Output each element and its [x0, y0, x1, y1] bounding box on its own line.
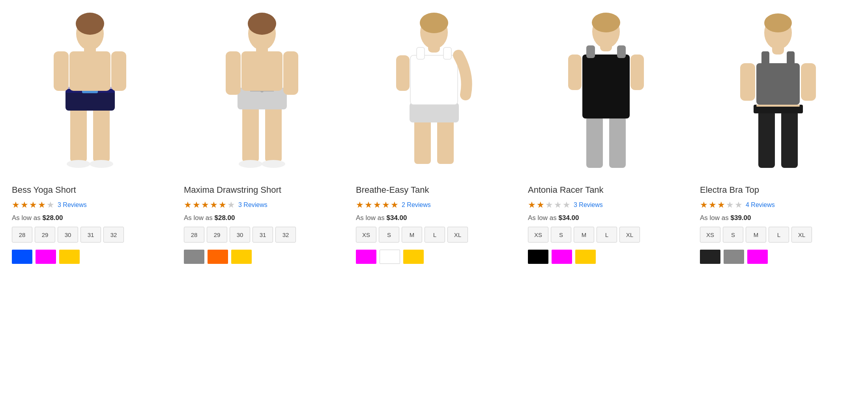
size-button-29[interactable]: 29	[207, 227, 227, 243]
price-value: $39.00	[730, 214, 751, 222]
svg-rect-31	[443, 47, 451, 59]
size-button-31[interactable]: 31	[253, 227, 273, 243]
svg-point-55	[764, 13, 792, 32]
size-button-32[interactable]: 32	[275, 227, 296, 243]
star-rating: ★★★★★	[700, 200, 743, 210]
size-button-29[interactable]: 29	[35, 227, 55, 243]
size-button-XL[interactable]: XL	[447, 227, 468, 243]
color-swatch-0[interactable]	[700, 250, 720, 264]
rating-row: ★★★★★ 4 Reviews	[700, 200, 856, 210]
svg-rect-36	[586, 117, 603, 168]
svg-rect-27	[437, 117, 454, 164]
size-grid: 2829303132	[184, 227, 340, 243]
star-filled: ★	[219, 200, 226, 210]
size-button-32[interactable]: 32	[103, 227, 124, 243]
size-button-L[interactable]: L	[769, 227, 789, 243]
size-button-XS[interactable]: XS	[700, 227, 720, 243]
svg-point-12	[90, 160, 113, 168]
size-button-S[interactable]: S	[551, 227, 571, 243]
size-button-XL[interactable]: XL	[619, 227, 640, 243]
rating-row: ★★★★★ 3 Reviews	[528, 200, 684, 210]
price-row: As low as $28.00	[184, 214, 340, 222]
size-button-31[interactable]: 31	[80, 227, 101, 243]
color-swatch-1[interactable]	[380, 250, 400, 264]
size-button-30[interactable]: 30	[230, 227, 250, 243]
reviews-link[interactable]: 3 Reviews	[58, 201, 87, 209]
star-filled: ★	[717, 200, 725, 210]
svg-rect-0	[70, 103, 87, 162]
color-swatch-1[interactable]	[724, 250, 744, 264]
svg-point-11	[67, 160, 90, 168]
star-rating: ★★★★★★	[184, 200, 235, 210]
svg-rect-40	[617, 45, 626, 58]
svg-rect-5	[69, 51, 110, 91]
star-filled: ★	[38, 200, 46, 210]
product-image-container[interactable]	[356, 12, 512, 178]
size-button-XS[interactable]: XS	[528, 227, 548, 243]
star-filled: ★	[700, 200, 708, 210]
product-card-breathe-easy-tank: Breathe-Easy Tank ★★★★★ 2 Reviews As low…	[348, 8, 520, 272]
svg-point-24	[239, 160, 262, 168]
product-image-container[interactable]	[528, 12, 684, 178]
svg-rect-49	[756, 63, 800, 105]
reviews-link[interactable]: 3 Reviews	[574, 201, 603, 209]
star-filled: ★	[184, 200, 192, 210]
rating-row: ★★★★★ 3 Reviews	[12, 200, 168, 210]
svg-rect-14	[265, 103, 282, 162]
size-button-XL[interactable]: XL	[791, 227, 812, 243]
rating-row: ★★★★★ 2 Reviews	[356, 200, 512, 210]
size-button-S[interactable]: S	[723, 227, 743, 243]
price-value: $34.00	[386, 214, 407, 222]
product-image-container[interactable]	[12, 12, 168, 178]
svg-point-43	[592, 13, 620, 32]
reviews-link[interactable]: 2 Reviews	[402, 201, 431, 209]
star-empty: ★	[554, 200, 562, 210]
color-swatches	[184, 250, 340, 264]
color-swatch-0[interactable]	[528, 250, 548, 264]
color-swatch-1[interactable]	[208, 250, 228, 264]
color-swatch-0[interactable]	[12, 250, 32, 264]
star-filled: ★	[373, 200, 381, 210]
size-button-L[interactable]: L	[425, 227, 445, 243]
color-swatch-0[interactable]	[184, 250, 204, 264]
star-filled: ★	[391, 200, 398, 210]
svg-rect-39	[586, 45, 595, 58]
size-button-30[interactable]: 30	[58, 227, 78, 243]
color-swatch-2[interactable]	[59, 250, 80, 264]
color-swatch-1[interactable]	[552, 250, 572, 264]
size-button-M[interactable]: M	[574, 227, 594, 243]
color-swatch-2[interactable]	[575, 250, 596, 264]
price-row: As low as $39.00	[700, 214, 856, 222]
color-swatch-2[interactable]	[231, 250, 252, 264]
size-button-28[interactable]: 28	[184, 227, 204, 243]
size-button-M[interactable]: M	[402, 227, 422, 243]
size-button-S[interactable]: S	[379, 227, 399, 243]
svg-rect-47	[781, 111, 798, 168]
svg-rect-18	[241, 51, 282, 91]
product-card-maxima-drawstring-short: Maxima Drawstring Short ★★★★★★ 3 Reviews…	[176, 8, 348, 272]
product-name: Electra Bra Top	[700, 185, 856, 195]
svg-rect-1	[93, 103, 110, 162]
reviews-link[interactable]: 3 Reviews	[238, 201, 268, 209]
price-value: $28.00	[214, 214, 235, 222]
star-rating: ★★★★★	[356, 200, 398, 210]
reviews-link[interactable]: 4 Reviews	[746, 201, 775, 209]
size-button-M[interactable]: M	[746, 227, 766, 243]
color-swatch-0[interactable]	[356, 250, 376, 264]
star-empty: ★	[726, 200, 734, 210]
size-button-L[interactable]: L	[597, 227, 617, 243]
svg-rect-45	[630, 55, 644, 90]
color-swatch-2[interactable]	[403, 250, 424, 264]
product-image-container[interactable]	[700, 12, 856, 178]
svg-rect-9	[54, 51, 69, 91]
product-name: Bess Yoga Short	[12, 185, 168, 195]
product-image-container[interactable]	[184, 12, 340, 178]
svg-rect-22	[226, 51, 241, 95]
color-swatch-2[interactable]	[747, 250, 768, 264]
star-filled: ★	[356, 200, 364, 210]
star-empty: ★	[47, 200, 54, 210]
size-button-XS[interactable]: XS	[356, 227, 376, 243]
color-swatch-1[interactable]	[36, 250, 56, 264]
size-button-28[interactable]: 28	[12, 227, 32, 243]
product-name: Antonia Racer Tank	[528, 185, 684, 195]
